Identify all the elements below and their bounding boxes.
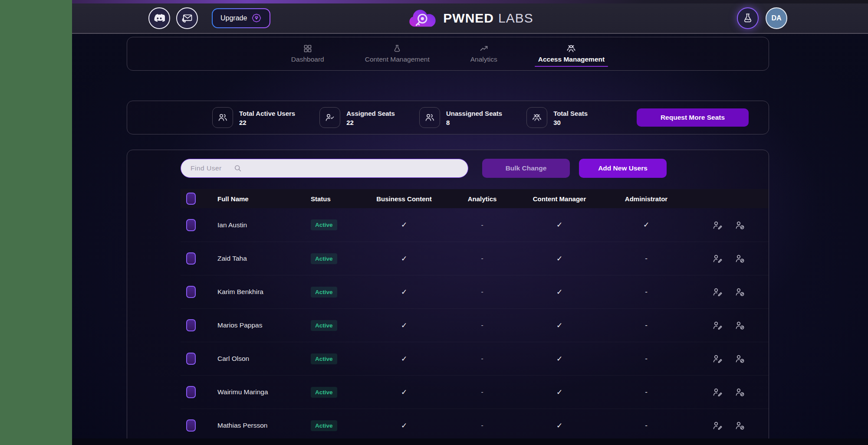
user-full-name: Wairimu Maringa: [217, 388, 311, 396]
status-badge: Active: [311, 353, 337, 364]
stat-label: Assigned Seats: [346, 109, 395, 119]
tab-analytics[interactable]: Analytics: [465, 37, 503, 70]
labs-button[interactable]: [737, 7, 759, 29]
deactivate-user-icon[interactable]: [735, 420, 745, 431]
row-checkbox[interactable]: [186, 386, 196, 398]
content-manager-flag: ✓: [515, 421, 604, 430]
business-content-flag: ✓: [358, 321, 450, 330]
business-content-flag: ✓: [358, 354, 450, 363]
stat-value: 22: [346, 119, 395, 126]
business-content-flag: ✓: [358, 288, 450, 297]
table-row: Zaid Taha Active ✓ - ✓ -: [181, 242, 769, 275]
bottom-band: [72, 438, 868, 445]
deactivate-user-icon[interactable]: [735, 220, 745, 230]
analytics-flag: -: [450, 422, 515, 429]
upgrade-button[interactable]: Upgrade: [212, 8, 270, 28]
tab-label: Analytics: [470, 56, 497, 63]
access-table-panel: Bulk Change Add New Users Full Name Stat…: [127, 150, 769, 445]
analytics-flag: -: [450, 388, 515, 396]
table-body: Ian Austin Active ✓ - ✓ ✓: [181, 208, 769, 442]
stat-total-seats: Total Seats 30: [526, 107, 588, 128]
deactivate-user-icon[interactable]: [735, 287, 745, 297]
row-checkbox[interactable]: [186, 286, 196, 298]
edit-user-icon[interactable]: [712, 353, 723, 364]
business-content-flag: ✓: [358, 421, 450, 430]
administrator-flag: -: [604, 254, 688, 263]
discord-button[interactable]: [148, 7, 170, 29]
tab-content-management[interactable]: Content Management: [360, 37, 435, 70]
analytics-flag: -: [450, 288, 515, 296]
analytics-flag: -: [450, 355, 515, 363]
col-header-analytics: Analytics: [450, 195, 515, 203]
table-row: Mathias Persson Active ✓ - ✓ -: [181, 409, 769, 442]
avatar[interactable]: DA: [766, 7, 787, 29]
edit-user-icon[interactable]: [712, 387, 723, 397]
users-group-icon: [526, 107, 547, 128]
users-icon: [212, 107, 233, 128]
deactivate-user-icon[interactable]: [735, 387, 745, 397]
administrator-flag: -: [604, 388, 688, 396]
request-more-seats-button[interactable]: Request More Seats: [637, 108, 749, 127]
flask-icon: [393, 44, 401, 53]
search-wrap: [181, 159, 468, 178]
contact-mail-icon: [181, 12, 193, 24]
users-group-icon: [566, 44, 576, 53]
edit-user-icon[interactable]: [712, 287, 723, 297]
top-bar-right: DA: [737, 7, 787, 29]
trend-up-icon: [480, 44, 488, 53]
stat-total-active-users: Total Active Users 22: [212, 107, 295, 128]
administrator-flag: ✓: [604, 220, 688, 229]
stat-label: Total Seats: [553, 109, 588, 119]
search-input[interactable]: [181, 159, 468, 178]
user-full-name: Mathias Persson: [217, 422, 311, 429]
row-checkbox[interactable]: [186, 353, 196, 365]
select-all-checkbox[interactable]: [186, 193, 196, 205]
status-badge: Active: [311, 320, 337, 331]
stat-value: 30: [553, 119, 588, 126]
row-checkbox[interactable]: [186, 219, 196, 231]
deactivate-user-icon[interactable]: [735, 253, 745, 264]
upgrade-label: Upgrade: [220, 14, 247, 22]
app-window: Upgrade: [72, 0, 868, 445]
stat-label: Unassigned Seats: [446, 109, 502, 119]
stat-value: 22: [239, 119, 295, 126]
analytics-flag: -: [450, 221, 515, 229]
table-row: Karim Benkhira Active ✓ - ✓ -: [181, 275, 769, 308]
tab-label: Access Management: [538, 56, 605, 63]
administrator-flag: -: [604, 421, 688, 430]
administrator-flag: -: [604, 321, 688, 330]
deactivate-user-icon[interactable]: [735, 320, 745, 330]
screen: Upgrade: [0, 0, 868, 445]
tab-access-management[interactable]: Access Management: [533, 37, 610, 70]
content-manager-flag: ✓: [515, 321, 604, 330]
status-badge: Active: [311, 420, 337, 431]
contact-button[interactable]: [176, 7, 198, 29]
logo-text: PWNEDLABS: [443, 11, 533, 26]
bulk-change-button[interactable]: Bulk Change: [482, 159, 570, 178]
content-manager-flag: ✓: [515, 220, 604, 229]
content-manager-flag: ✓: [515, 388, 604, 397]
user-full-name: Carl Olson: [217, 355, 311, 363]
table-row: Carl Olson Active ✓ - ✓ -: [181, 342, 769, 375]
row-checkbox[interactable]: [186, 252, 196, 265]
col-header-administrator: Administrator: [604, 195, 688, 203]
table-row: Marios Pappas Active ✓ - ✓ -: [181, 308, 769, 342]
row-checkbox[interactable]: [186, 419, 196, 432]
user-full-name: Karim Benkhira: [217, 288, 311, 296]
deactivate-user-icon[interactable]: [735, 353, 745, 364]
edit-user-icon[interactable]: [712, 320, 723, 330]
table-toolbar: Bulk Change Add New Users: [181, 159, 769, 178]
discord-icon: [154, 13, 165, 24]
col-header-status: Status: [311, 195, 358, 203]
edit-user-icon[interactable]: [712, 220, 723, 230]
col-header-business-content: Business Content: [358, 195, 450, 203]
row-checkbox[interactable]: [186, 319, 196, 331]
gem-icon: [251, 13, 262, 23]
edit-user-icon[interactable]: [712, 420, 723, 431]
add-new-users-button[interactable]: Add New Users: [579, 159, 667, 178]
stats-panel: Total Active Users 22 Assigned Seats 22: [127, 101, 769, 134]
tab-label: Content Management: [365, 56, 430, 63]
table-row: Wairimu Maringa Active ✓ - ✓ -: [181, 375, 769, 409]
edit-user-icon[interactable]: [712, 253, 723, 264]
tab-dashboard[interactable]: Dashboard: [286, 37, 329, 70]
